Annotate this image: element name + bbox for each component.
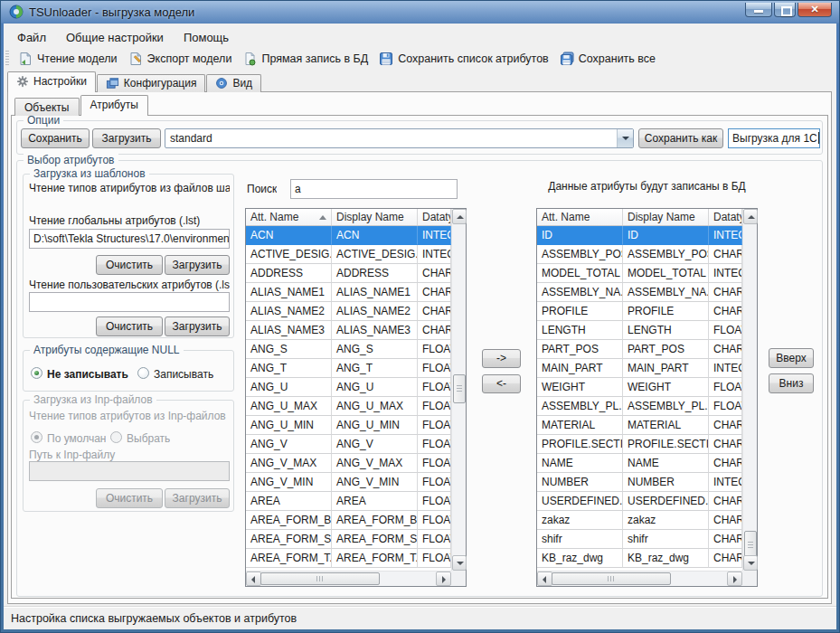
title-bar[interactable]: TSUnloader - выгрузка модели <box>0 0 840 24</box>
toolbar-export-model[interactable]: Экспорт модели <box>123 50 238 68</box>
table-row[interactable]: ANG_U_MAXANG_U_MAXFLOAT <box>246 397 451 416</box>
scroll-down-icon[interactable] <box>452 555 467 571</box>
subtab-objects[interactable]: Объекты <box>14 98 80 116</box>
subtab-attributes[interactable]: Атрибуты <box>80 95 148 116</box>
table-row[interactable]: ANG_VANG_VFLOAT <box>246 435 451 454</box>
tab-settings[interactable]: Настройки <box>7 71 96 92</box>
table-row[interactable]: ASSEMBLY_NA...ASSEMBLY_NA...CHAR. <box>537 283 742 302</box>
table-row[interactable]: ASSEMBLY_PL...ASSEMBLY_PL...FLOAT <box>537 397 742 416</box>
move-right-button[interactable]: -> <box>482 349 521 368</box>
table-row[interactable]: MATERIALMATERIALCHAR. <box>537 416 742 435</box>
maximize-button[interactable] <box>774 3 796 17</box>
table-row[interactable]: AREA_FORM_T...AREA_FORM_T...FLOAT <box>246 549 451 568</box>
table-row[interactable]: IDIDINTEG <box>537 226 742 245</box>
table-row[interactable]: ACTIVE_DESIG...ACTIVE_DESIG...INTEG <box>246 245 451 264</box>
skip-null-radio[interactable] <box>31 367 42 379</box>
table-row[interactable]: ANG_TANG_TFLOAT <box>246 359 451 378</box>
scroll-right-icon[interactable] <box>727 572 742 586</box>
scroll-up-icon[interactable] <box>743 209 758 224</box>
global-clear-button[interactable]: Очистить <box>96 255 163 275</box>
write-null-radio[interactable] <box>137 367 149 379</box>
vertical-scrollbar[interactable] <box>451 209 466 571</box>
scrollbar-thumb[interactable] <box>260 572 380 585</box>
table-row[interactable]: ANG_V_MAXANG_V_MAXFLOAT <box>246 454 451 473</box>
table-row[interactable]: shifrshifrCHAR. <box>537 530 742 549</box>
table-row[interactable]: NUMBERNUMBERINTEG <box>537 473 742 492</box>
table-row[interactable]: ASSEMBLY_POSASSEMBLY_POSCHAR. <box>537 245 742 264</box>
table-row[interactable]: NAMENAMECHAR. <box>537 454 742 473</box>
global-attributes-path-input[interactable]: D:\soft\Tekla Structures\17.0\environmen… <box>29 229 230 249</box>
table-row[interactable]: AREA_FORM_SI...AREA_FORM_SI...FLOAT <box>246 530 451 549</box>
table-row[interactable]: WEIGHTWEIGHTFLOAT <box>537 378 742 397</box>
preset-dropdown[interactable]: standard <box>165 128 634 148</box>
table-row[interactable]: ANG_UANG_UFLOAT <box>246 378 451 397</box>
table-row[interactable]: ALIAS_NAME1ALIAS_NAME1CHAR. <box>246 283 451 302</box>
inp-clear-button[interactable]: Очистить <box>96 488 163 508</box>
scroll-left-icon[interactable] <box>246 572 261 586</box>
vertical-scrollbar[interactable] <box>742 209 757 571</box>
menu-general-settings[interactable]: Общие настройки <box>56 28 174 47</box>
column-header-att-name[interactable]: Att. Name <box>537 209 623 225</box>
menu-help[interactable]: Помощь <box>174 28 239 47</box>
scrollbar-thumb[interactable] <box>552 572 671 585</box>
table-row[interactable]: PROFILEPROFILECHAR. <box>537 302 742 321</box>
table-row[interactable]: ALIAS_NAME3ALIAS_NAME3CHAR. <box>246 321 451 340</box>
save-as-button[interactable]: Сохранить как <box>638 128 723 148</box>
close-button[interactable] <box>798 3 832 17</box>
scroll-down-icon[interactable] <box>743 555 758 571</box>
move-down-button[interactable]: Вниз <box>769 373 814 393</box>
scroll-up-icon[interactable] <box>452 209 467 224</box>
table-row[interactable]: USERDEFINED....USERDEFINED....CHAR. <box>537 492 742 511</box>
table-row[interactable]: ANG_SANG_SFLOAT <box>246 340 451 359</box>
toolbar-save-all[interactable]: Сохранить все <box>554 50 661 68</box>
user-load-button[interactable]: Загрузить <box>165 316 230 336</box>
table-row[interactable]: ANG_V_MINANG_V_MINFLOAT <box>246 473 451 492</box>
column-header-display-name[interactable]: Display Name <box>623 209 709 225</box>
column-header-datatype[interactable]: Dataty <box>709 209 742 225</box>
table-row[interactable]: MAIN_PARTMAIN_PARTINTEG <box>537 359 742 378</box>
move-left-button[interactable]: <- <box>482 374 521 393</box>
chevron-down-icon[interactable] <box>617 129 633 147</box>
toolbar-save-attribute-list[interactable]: Сохранить список атрибутов <box>373 50 554 68</box>
horizontal-scrollbar[interactable] <box>537 571 742 586</box>
table-row[interactable]: LENGTHLENGTHFLOAT <box>537 321 742 340</box>
preset-name-input[interactable]: Выгрузка для 1С <box>728 128 820 148</box>
scrollbar-thumb[interactable] <box>453 374 466 403</box>
table-row[interactable]: ACNACNINTEG <box>246 226 451 245</box>
table-row[interactable]: ANG_U_MINANG_U_MINFLOAT <box>246 416 451 435</box>
horizontal-scrollbar[interactable] <box>246 571 451 586</box>
column-header-display-name[interactable]: Display Name <box>332 209 418 225</box>
table-cell: FLOAT <box>418 511 451 530</box>
toolbar-read-model[interactable]: Чтение модели <box>13 50 123 68</box>
menu-file[interactable]: Файл <box>7 28 56 47</box>
user-attributes-path-input[interactable] <box>29 292 230 312</box>
tab-view[interactable]: Вид <box>206 74 261 92</box>
save-preset-button[interactable]: Сохранить <box>21 128 90 148</box>
toolbar-direct-db-write[interactable]: Прямая запись в БД <box>237 50 373 68</box>
table-row[interactable]: KB_raz_dwgKB_raz_dwgCHAR. <box>537 549 742 568</box>
table-row[interactable]: ADDRESSADDRESSCHAR. <box>246 264 451 283</box>
scroll-left-icon[interactable] <box>537 572 552 586</box>
table-row[interactable]: PROFILE.SECTI...PROFILE.SECTI...CHAR. <box>537 435 742 454</box>
move-up-button[interactable]: Вверх <box>769 348 814 368</box>
skip-null-label[interactable]: Не записывать <box>47 368 128 381</box>
scroll-right-icon[interactable] <box>436 572 451 586</box>
table-row[interactable]: ALIAS_NAME2ALIAS_NAME2CHAR. <box>246 302 451 321</box>
table-row[interactable]: AREA_FORM_B...AREA_FORM_B...FLOAT <box>246 511 451 530</box>
global-load-button[interactable]: Загрузить <box>165 255 230 275</box>
toolbar-grip[interactable] <box>5 51 9 67</box>
search-input[interactable]: a <box>290 179 458 199</box>
tab-configuration[interactable]: Конфигурация <box>97 74 206 92</box>
load-preset-button[interactable]: Загрузить <box>92 128 161 148</box>
table-row[interactable]: MODEL_TOTALMODEL_TOTALINTEG <box>537 264 742 283</box>
write-null-label[interactable]: Записывать <box>154 368 213 381</box>
column-header-datatype[interactable]: Dataty <box>418 209 451 225</box>
toolbar-label: Чтение модели <box>37 52 118 65</box>
user-clear-button[interactable]: Очистить <box>96 316 163 336</box>
table-row[interactable]: AREAAREAFLOAT <box>246 492 451 511</box>
table-row[interactable]: PART_POSPART_POSCHAR. <box>537 340 742 359</box>
inp-load-button[interactable]: Загрузить <box>165 488 230 508</box>
column-header-att-name[interactable]: Att. Name <box>246 209 332 225</box>
minimize-button[interactable] <box>745 3 772 17</box>
table-row[interactable]: zakazzakazCHAR. <box>537 511 742 530</box>
